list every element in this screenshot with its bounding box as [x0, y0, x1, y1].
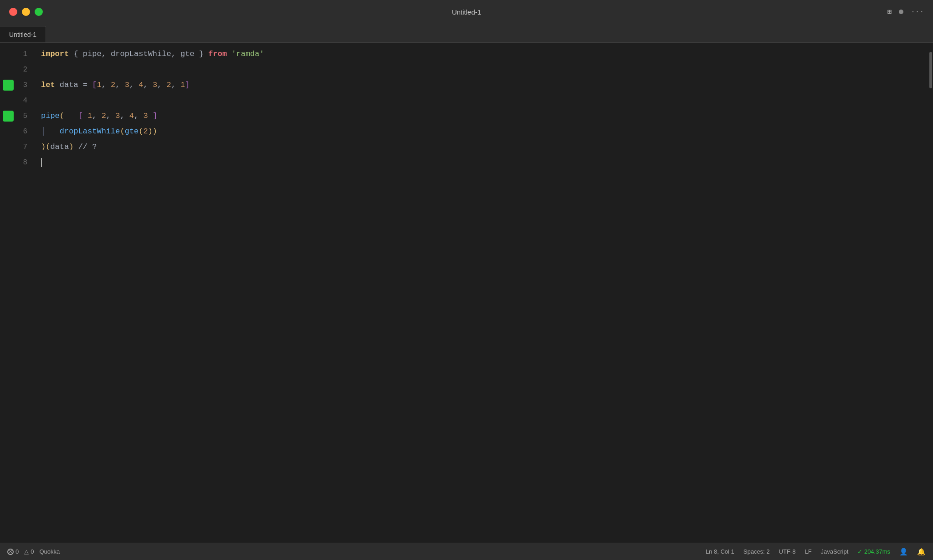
line-number-7: 7 [0, 139, 36, 155]
tab-bar: Untitled-1 [0, 24, 933, 43]
breakpoint-3[interactable] [3, 80, 14, 91]
title-bar: Untitled-1 ⊞ ··· [0, 0, 933, 24]
token-brace-open: { [69, 46, 83, 62]
token-from: from [208, 46, 227, 62]
code-line-3: let data = [ 1 , 2 , 3 , 4 , 3 , 2 , 1 ] [41, 77, 927, 93]
line-ending[interactable]: LF [805, 548, 811, 555]
token-n2: 2 [102, 108, 106, 124]
token-c2: , [106, 108, 115, 124]
code-line-5: pipe ( [ 1 , 2 , 3 , 4 , 3 ] [41, 108, 927, 124]
gutter-row-4: 4 [0, 93, 36, 108]
code-editor[interactable]: import { pipe , dropLastWhile , gte } fr… [36, 43, 927, 543]
indent-spaces[interactable]: Spaces: 2 [743, 548, 770, 555]
token-1b: 1 [180, 77, 185, 93]
gutter-row-2: 2 [0, 62, 36, 77]
token-c1: , [92, 108, 101, 124]
token-sep2: , [115, 77, 124, 93]
token-n4: 4 [129, 108, 134, 124]
more-actions-icon[interactable]: ··· [911, 8, 924, 16]
line-number-6: 6 [0, 124, 36, 139]
editor-container: 1 2 3 4 5 6 7 8 import { pipe [0, 43, 933, 543]
token-1a: 1 [97, 77, 101, 93]
code-line-8 [41, 155, 927, 170]
language-mode[interactable]: JavaScript [821, 548, 849, 555]
line-number-8: 8 [0, 155, 36, 170]
scrollbar-track[interactable] [927, 43, 933, 543]
token-brace-close: } [195, 46, 209, 62]
quokka-label[interactable]: Quokka [39, 548, 60, 555]
token-data-assign: data = [55, 77, 92, 93]
token-gte-call: gte [125, 124, 139, 139]
warning-count[interactable]: △ 0 [24, 548, 34, 555]
code-line-2 [41, 62, 927, 77]
token-comma1: , [102, 46, 111, 62]
token-sep4: , [143, 77, 152, 93]
token-paren-gte-open: ( [138, 124, 143, 139]
bell-icon[interactable]: 🔔 [917, 548, 926, 556]
token-pipe-sep: │ [41, 124, 60, 139]
token-sp [83, 108, 87, 124]
traffic-lights [9, 8, 43, 16]
error-count[interactable]: ✕ 0 [7, 548, 19, 555]
token-close-paren: ) [69, 139, 73, 155]
close-button[interactable] [9, 8, 17, 16]
code-line-6: │ dropLastWhile ( gte ( 2 )) [41, 124, 927, 139]
gutter-row-8: 8 [0, 155, 36, 170]
token-spaces [64, 108, 78, 124]
cursor-position[interactable]: Ln 8, Col 1 [706, 548, 734, 555]
token-comment: // ? [78, 139, 97, 155]
token-pipe-func: pipe [41, 108, 60, 124]
text-cursor [41, 158, 42, 167]
token-sq-close: ] [153, 108, 157, 124]
token-data-ref: data [50, 139, 69, 155]
token-close-call: )( [41, 139, 50, 155]
token-paren-dlw-open: ( [120, 124, 124, 139]
gutter-row-6: 6 [0, 124, 36, 139]
token-c4: , [134, 108, 143, 124]
code-line-7: )( data ) // ? [41, 139, 927, 155]
quokka-time: ✓ 204.37ms [857, 548, 890, 555]
code-line-1: import { pipe , dropLastWhile , gte } fr… [41, 46, 927, 62]
editor-tab[interactable]: Untitled-1 [0, 26, 46, 42]
gutter-row-5: 5 [0, 108, 36, 124]
token-bracket-open: [ [92, 77, 97, 93]
window-title: Untitled-1 [452, 8, 481, 16]
token-sp2 [148, 108, 153, 124]
token-ramda: 'ramda' [231, 46, 264, 62]
status-left: ✕ 0 △ 0 Quokka [7, 548, 60, 555]
maximize-button[interactable] [35, 8, 43, 16]
token-c3: , [120, 108, 129, 124]
gutter-row-3: 3 [0, 77, 36, 93]
token-bracket-close: ] [185, 77, 190, 93]
breakpoint-5[interactable] [3, 111, 14, 122]
warning-number: 0 [31, 548, 34, 555]
status-right: Ln 8, Col 1 Spaces: 2 UTF-8 LF JavaScrip… [706, 548, 926, 556]
token-2-arg: 2 [143, 124, 148, 139]
token-n3: 3 [115, 108, 120, 124]
token-3a: 3 [125, 77, 129, 93]
error-icon: ✕ [7, 549, 14, 555]
token-gte: gte [180, 46, 195, 62]
token-paren-open: ( [60, 108, 64, 124]
line-gutter: 1 2 3 4 5 6 7 8 [0, 43, 36, 543]
line-number-2: 2 [0, 62, 36, 77]
title-bar-actions: ⊞ ··· [887, 7, 924, 16]
code-line-4 [41, 93, 927, 108]
gutter-row-1: 1 [0, 46, 36, 62]
minimize-button[interactable] [22, 8, 30, 16]
token-3b: 3 [153, 77, 157, 93]
scrollbar-handle[interactable] [929, 52, 932, 88]
token-space [227, 46, 231, 62]
token-2b: 2 [166, 77, 171, 93]
warning-icon: △ [24, 548, 29, 555]
token-import: import [41, 46, 69, 62]
token-sep1: , [102, 77, 111, 93]
user-icon[interactable]: 👤 [899, 548, 908, 556]
token-2a: 2 [111, 77, 115, 93]
error-number: 0 [15, 548, 19, 555]
file-encoding[interactable]: UTF-8 [779, 548, 796, 555]
token-n1: 1 [87, 108, 92, 124]
gutter-row-7: 7 [0, 139, 36, 155]
token-4a: 4 [138, 77, 143, 93]
split-editor-icon[interactable]: ⊞ [887, 7, 892, 16]
